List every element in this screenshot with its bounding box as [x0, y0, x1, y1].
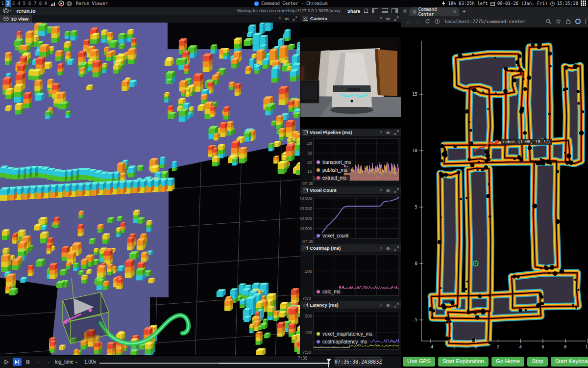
help-icon[interactable]: ?: [380, 186, 382, 194]
start-exploration-button[interactable]: Start Exploration: [438, 357, 489, 367]
visibility-icon[interactable]: [385, 16, 391, 22]
svg-text:10 000: 10 000: [300, 226, 312, 231]
camera-image[interactable]: [300, 23, 401, 129]
visibility-icon[interactable]: [385, 246, 391, 251]
date-text: 09-01-26 (Jan, Fri): [497, 1, 548, 6]
app-grid-icon[interactable]: [581, 0, 587, 6]
latency-panel: Latency (ms) ? 2001007:30 voxel_map/late…: [300, 301, 401, 355]
svg-text:0: 0: [474, 344, 477, 349]
legend-item[interactable]: transport_ms: [314, 159, 354, 165]
expand-icon[interactable]: [394, 130, 399, 135]
browser-menu-icon[interactable]: [585, 19, 586, 24]
bottom-panel-toggle-icon[interactable]: [382, 8, 388, 13]
play-button[interactable]: [2, 358, 11, 366]
help-icon[interactable]: ?: [380, 244, 382, 252]
camera-icon: [303, 16, 308, 21]
costmap-plot[interactable]: 151050-5-4-20246810: [401, 27, 588, 355]
command-center-page: 151050-5-4-20246810 robot (1.08, 10.72): [401, 27, 588, 355]
svg-text:20 000: 20 000: [300, 216, 312, 221]
legend-item[interactable]: calc_ms: [314, 289, 344, 295]
legend-item[interactable]: extract_ms: [314, 175, 350, 181]
system-bar: 1 2 3 4 5 6 7 8 9 Rerun Viewer Command C…: [0, 0, 588, 7]
bookmark-star-icon[interactable]: [556, 19, 561, 24]
current-timestamp[interactable]: 07:35:38.243883Z: [335, 357, 382, 366]
tab-close-icon[interactable]: ×: [453, 9, 456, 14]
svg-text:8: 8: [564, 344, 566, 349]
legend-item[interactable]: publish_ms: [314, 167, 351, 173]
screen: 1 2 3 4 5 6 7 8 9 Rerun Viewer Command C…: [0, 0, 588, 368]
browser-tab[interactable]: Command Center ×: [409, 7, 459, 16]
go-home-button[interactable]: Go Home: [491, 357, 524, 367]
stop-button[interactable]: Stop: [527, 357, 548, 367]
svg-text:100: 100: [305, 330, 312, 335]
svg-text:10: 10: [307, 169, 312, 174]
visibility-icon[interactable]: [385, 303, 391, 308]
workspace-1[interactable]: 1: [0, 0, 5, 7]
connection-status: Waiting for data on rerun+http://127.0.0…: [237, 8, 344, 13]
left-panel-toggle-icon[interactable]: [372, 8, 378, 13]
help-icon[interactable]: ?: [380, 129, 382, 136]
workspace-6[interactable]: 6: [27, 0, 32, 7]
tab-search-button[interactable]: ▾: [403, 9, 407, 13]
workspace-2[interactable]: 2: [5, 0, 11, 7]
expand-icon[interactable]: [394, 303, 399, 308]
svg-text:200: 200: [305, 314, 312, 318]
workspace-7[interactable]: 7: [32, 0, 38, 7]
visibility-icon[interactable]: [284, 16, 290, 22]
help-icon[interactable]: ?: [380, 301, 382, 309]
expand-icon[interactable]: [394, 188, 399, 193]
notification-bell-icon[interactable]: [364, 8, 368, 14]
site-info-icon[interactable]: [435, 19, 440, 24]
visibility-icon[interactable]: [385, 188, 391, 193]
workspace-9[interactable]: 9: [43, 0, 49, 7]
extensions-icon[interactable]: [565, 19, 571, 24]
pause-button[interactable]: [24, 358, 32, 366]
use-gps-button[interactable]: Use GPS: [403, 357, 435, 367]
svg-text:5: 5: [415, 205, 417, 210]
nav-forward-icon[interactable]: →: [50, 8, 55, 14]
expand-icon[interactable]: [293, 16, 297, 21]
share-button[interactable]: Share: [347, 8, 360, 14]
svg-text:-2: -2: [450, 344, 456, 349]
svg-text:4: 4: [519, 344, 521, 349]
rerun-logo-icon[interactable]: ▾: [3, 8, 12, 14]
step-back-button[interactable]: ←: [34, 358, 43, 366]
profile-avatar[interactable]: [575, 19, 581, 24]
visibility-icon[interactable]: [385, 130, 391, 135]
browser-back-icon[interactable]: ←: [405, 19, 411, 25]
legend-item[interactable]: voxel_map/latency_ms: [314, 331, 376, 337]
timeline-track[interactable]: [99, 363, 330, 364]
help-icon[interactable]: ?: [278, 15, 281, 23]
view3d-tab[interactable]: 3D View: [0, 15, 32, 23]
step-forward-button[interactable]: →: [43, 358, 52, 366]
new-tab-button[interactable]: +: [463, 8, 466, 14]
right-panel-toggle-icon[interactable]: [392, 8, 398, 13]
zoom-icon[interactable]: [546, 19, 551, 24]
url-text[interactable]: localhost:7775/command-center: [444, 19, 526, 24]
svg-text:15: 15: [412, 92, 417, 97]
nav-back-icon[interactable]: ←: [41, 8, 46, 14]
window-title-chromium: Command Center - Chromium: [254, 0, 327, 7]
svg-text:7:30: 7:30: [302, 296, 311, 301]
3d-viewport[interactable]: [0, 23, 300, 355]
legend-item[interactable]: voxel_count: [314, 233, 352, 239]
expand-icon[interactable]: [394, 16, 399, 21]
workspace-8[interactable]: 8: [38, 0, 43, 7]
browser-forward-icon[interactable]: →: [415, 19, 420, 25]
start-keyboard-control-button[interactable]: Start Keyboard Control: [551, 357, 588, 367]
reload-icon[interactable]: [425, 19, 430, 24]
expand-icon[interactable]: [394, 246, 399, 251]
help-icon[interactable]: ?: [380, 15, 382, 23]
battery-status: 18% 03:25h left: [448, 1, 488, 6]
rerun-brand[interactable]: rerun.io: [17, 8, 36, 14]
costmap-panel: Costmap (ms) ? 1007:30 calc_ms: [300, 244, 401, 301]
workspace-5[interactable]: 5: [22, 0, 27, 7]
timeline-handle[interactable]: [326, 359, 331, 362]
playback-speed[interactable]: 1.00x: [84, 359, 96, 365]
svg-text:07:30: 07:30: [302, 181, 314, 186]
legend-item[interactable]: costmap/latency_ms: [314, 339, 370, 345]
follow-latest-button[interactable]: [13, 358, 22, 366]
workspace-3[interactable]: 3: [11, 0, 16, 7]
workspace-4[interactable]: 4: [16, 0, 22, 7]
timeline-selector[interactable]: log_time ▼: [55, 359, 78, 365]
